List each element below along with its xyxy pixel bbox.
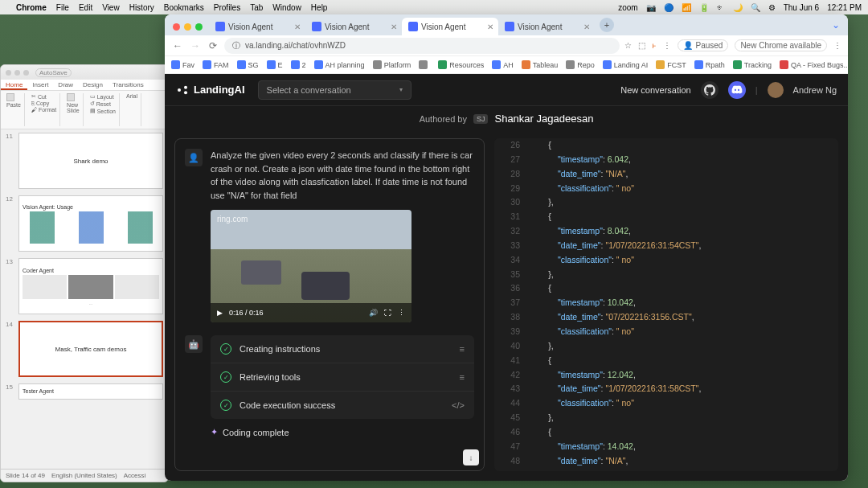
- status-icon[interactable]: 🔍: [751, 3, 760, 12]
- forward-button[interactable]: →: [189, 40, 202, 51]
- bookmark-item[interactable]: SG: [237, 60, 259, 69]
- menu-tab[interactable]: Tab: [250, 3, 263, 12]
- bookmark-item[interactable]: FAM: [203, 60, 229, 69]
- slide-thumbnail-item[interactable]: 14Mask, Traffic cam demos: [1, 318, 168, 380]
- play-button[interactable]: ▶: [217, 309, 223, 317]
- status-icon[interactable]: 📷: [646, 3, 656, 12]
- chevron-down-icon[interactable]: ⌄: [832, 19, 848, 35]
- menu-file[interactable]: File: [56, 3, 69, 12]
- bookmark-item[interactable]: Rpath: [694, 60, 725, 69]
- bookmark-item[interactable]: AH planning: [314, 60, 365, 69]
- paste-button[interactable]: Paste: [6, 102, 21, 108]
- user-name[interactable]: Andrew Ng: [793, 85, 837, 95]
- window-close-icon[interactable]: [6, 70, 11, 76]
- bookmark-item[interactable]: FCST: [656, 60, 686, 69]
- font-selector[interactable]: Arial: [126, 93, 137, 99]
- status-icon[interactable]: 🌙: [733, 3, 743, 12]
- update-chrome-button[interactable]: New Chrome available: [735, 39, 827, 51]
- bookmark-item[interactable]: QA - Fixed Bugs...: [780, 60, 848, 69]
- video-player[interactable]: ring.com ▶ 0:16 / 0:16 🔊 ⛶ ⋮: [211, 210, 411, 322]
- section-button[interactable]: ▤Section: [90, 108, 116, 114]
- step-row[interactable]: ✓Code execution success</>: [211, 392, 474, 419]
- close-tab-icon[interactable]: ✕: [391, 23, 397, 31]
- slide-thumbnail[interactable]: Tester Agent: [18, 383, 163, 400]
- site-info-icon[interactable]: ⓘ: [232, 40, 240, 51]
- bookmark-item[interactable]: [419, 60, 430, 69]
- ppt-slide-panel[interactable]: 11Shark demo12Vision Agent: Usage13Coder…: [1, 129, 168, 469]
- step-row[interactable]: ✓Retrieving tools≡: [211, 363, 474, 392]
- language-indicator[interactable]: English (United States): [51, 472, 117, 479]
- browser-tab[interactable]: Vision Agent✕: [209, 18, 305, 35]
- format-button[interactable]: 🖌Format: [31, 107, 56, 113]
- copy-button[interactable]: ⎘Copy: [31, 100, 56, 106]
- browser-tab[interactable]: Vision Agent✕: [402, 18, 498, 35]
- slide-thumbnail-item[interactable]: 12Vision Agent: Usage: [1, 192, 168, 255]
- discord-icon[interactable]: [728, 81, 746, 99]
- profile-paused-button[interactable]: 👤Paused: [678, 39, 728, 51]
- chrome-menu-button[interactable]: ⋮: [833, 41, 841, 50]
- app-menu[interactable]: Chrome: [16, 3, 47, 12]
- status-icon[interactable]: 🔵: [664, 3, 674, 12]
- github-icon[interactable]: [701, 81, 719, 99]
- bookmark-item[interactable]: Tableau: [522, 60, 559, 69]
- accessibility-button[interactable]: Accessi: [124, 472, 146, 479]
- address-bar[interactable]: ⓘ va.landing.ai/chat/ovhnWZD: [224, 38, 620, 54]
- menu-view[interactable]: View: [102, 3, 120, 12]
- volume-icon[interactable]: 🔊: [369, 309, 378, 317]
- bookmark-item[interactable]: 2: [291, 60, 306, 69]
- extensions-button[interactable]: ⋮: [663, 41, 671, 50]
- new-conversation-button[interactable]: New conversation: [620, 85, 690, 95]
- window-minimize-icon[interactable]: [184, 23, 191, 31]
- menu-history[interactable]: History: [129, 3, 154, 12]
- window-close-icon[interactable]: [173, 23, 180, 31]
- ppt-tab-home[interactable]: Home: [1, 80, 27, 90]
- new-tab-button[interactable]: +: [600, 18, 614, 32]
- close-tab-icon[interactable]: ✕: [583, 23, 590, 31]
- menubar-date[interactable]: Thu Jun 6: [784, 3, 819, 12]
- extension-icon[interactable]: ⬚: [638, 41, 645, 50]
- user-avatar[interactable]: [768, 82, 784, 98]
- slide-thumbnail-item[interactable]: 15Tester Agent: [1, 380, 168, 403]
- extension-icon[interactable]: ⱶ: [652, 41, 657, 50]
- slide-thumbnail[interactable]: Coder Agent...: [18, 258, 163, 314]
- ppt-tab-insert[interactable]: Insert: [27, 80, 53, 90]
- bookmark-item[interactable]: Fav: [171, 60, 194, 69]
- status-icon[interactable]: ᯤ: [717, 3, 725, 12]
- cut-button[interactable]: ✂Cut: [31, 93, 56, 100]
- close-tab-icon[interactable]: ✕: [294, 23, 301, 31]
- step-row[interactable]: ✓Creating instructions≡: [211, 335, 474, 363]
- layout-button[interactable]: ▭Layout: [90, 93, 116, 100]
- scroll-down-button[interactable]: ↓: [463, 449, 479, 465]
- status-icon[interactable]: ⚙: [768, 3, 776, 12]
- app-logo[interactable]: LandingAI: [176, 84, 245, 96]
- ppt-tab-draw[interactable]: Draw: [53, 80, 78, 90]
- menubar-time[interactable]: 12:21 PM: [827, 3, 862, 12]
- window-zoom-icon[interactable]: [23, 70, 29, 76]
- slide-thumbnail-item[interactable]: 13Coder Agent...: [1, 255, 168, 318]
- bookmark-item[interactable]: Tracking: [733, 60, 772, 69]
- status-icon[interactable]: 🔋: [699, 3, 709, 12]
- browser-tab[interactable]: Vision Agent✕: [305, 18, 402, 35]
- close-tab-icon[interactable]: ✕: [487, 23, 493, 31]
- menu-profiles[interactable]: Profiles: [214, 3, 240, 12]
- menu-bookmarks[interactable]: Bookmarks: [164, 3, 204, 12]
- reset-button[interactable]: ↺Reset: [90, 100, 116, 107]
- ppt-tab-design[interactable]: Design: [78, 80, 108, 90]
- conversation-selector[interactable]: Select a conversation ▾: [258, 80, 411, 100]
- menu-help[interactable]: Help: [311, 3, 328, 12]
- back-button[interactable]: ←: [171, 40, 184, 51]
- status-icon[interactable]: 📶: [682, 3, 691, 12]
- new-slide-icon[interactable]: [67, 93, 75, 101]
- browser-tab[interactable]: Vision Agent✕: [498, 18, 595, 35]
- code-output[interactable]: 26 {27 "timestamp": 6.042,28 "date_time"…: [494, 138, 838, 471]
- autosave-toggle[interactable]: AutoSave: [35, 68, 72, 77]
- menu-edit[interactable]: Edit: [79, 3, 92, 12]
- slide-thumbnail[interactable]: Shark demo: [18, 133, 163, 189]
- bookmark-item[interactable]: Platform: [373, 60, 411, 69]
- slide-thumbnail[interactable]: Vision Agent: Usage: [18, 195, 163, 252]
- fullscreen-icon[interactable]: ⛶: [384, 309, 391, 317]
- slide-thumbnail[interactable]: Mask, Traffic cam demos: [18, 321, 163, 377]
- zoom-indicator[interactable]: zoom: [618, 3, 637, 12]
- ppt-tab-transitions[interactable]: Transitions: [108, 80, 149, 90]
- video-menu-icon[interactable]: ⋮: [398, 309, 405, 317]
